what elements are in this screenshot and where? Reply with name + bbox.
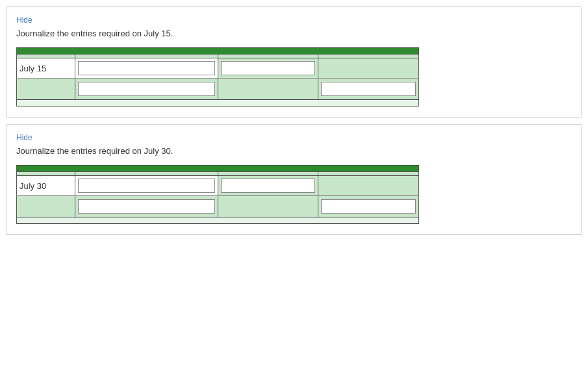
hide-link-july30[interactable]: Hide [16, 133, 32, 142]
table-row-1: July 15 [17, 58, 419, 79]
date-cell-july15: July 15 [17, 58, 75, 79]
date-cell-empty-2 [17, 196, 75, 217]
debit-input-cell-4 [218, 196, 318, 217]
instruction-july30: Journalize the entries required on July … [16, 146, 572, 156]
debit-input-3[interactable] [221, 179, 316, 193]
table-footer-2 [17, 217, 419, 224]
account-input-2[interactable] [78, 82, 215, 96]
debit-input-cell-1 [218, 58, 318, 79]
date-cell-empty [17, 79, 75, 100]
account-input-cell-4 [75, 196, 218, 217]
account-input-4[interactable] [78, 199, 215, 214]
account-input-cell-2 [75, 79, 218, 100]
instruction-july15: Journalize the entries required on July … [16, 29, 572, 38]
debit-input-1[interactable] [221, 61, 316, 75]
section-july15: Hide Journalize the entries required on … [6, 6, 582, 117]
credit-input-4[interactable] [321, 199, 416, 214]
credit-input-cell-2 [318, 79, 419, 100]
account-input-1[interactable] [78, 61, 215, 75]
table-header-bar [17, 48, 419, 55]
journal-table-july15: July 15 [16, 47, 419, 106]
debit-input-cell-2 [218, 79, 318, 100]
account-input-cell-3 [75, 176, 218, 196]
account-input-3[interactable] [78, 179, 215, 193]
debit-input-cell-3 [218, 176, 318, 196]
credit-input-2[interactable] [321, 82, 416, 96]
account-input-cell-1 [75, 58, 218, 79]
table-header-bar-2 [17, 166, 419, 172]
date-cell-july30: July 30 [17, 176, 75, 196]
table-row-4 [17, 196, 419, 217]
table-footer [17, 100, 419, 106]
table-row-2 [17, 79, 419, 100]
credit-input-cell-3 [318, 176, 419, 196]
hide-link-july15[interactable]: Hide [16, 16, 32, 25]
journal-table-july30: July 30 [16, 165, 419, 224]
section-july30: Hide Journalize the entries required on … [6, 124, 582, 235]
credit-input-cell-4 [318, 196, 419, 217]
credit-input-cell-1 [318, 58, 419, 79]
table-row-3: July 30 [17, 176, 419, 196]
